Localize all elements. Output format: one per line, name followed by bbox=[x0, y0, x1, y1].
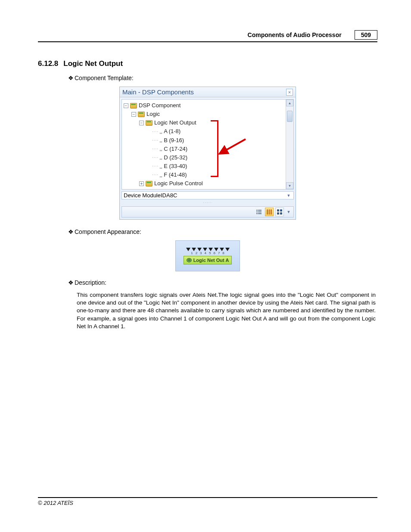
resize-grip[interactable]: ····· bbox=[120, 201, 296, 205]
svg-rect-12 bbox=[277, 212, 279, 215]
connector-icon: ˌˌˌ bbox=[159, 128, 162, 135]
tree-node-dsp-component[interactable]: − DSP Component bbox=[124, 101, 283, 110]
highlight-arrow-icon bbox=[222, 138, 248, 156]
bullet-template: ❖Component Template: bbox=[68, 75, 377, 81]
svg-rect-1 bbox=[256, 210, 258, 211]
component-badge: Logic Net Out A bbox=[184, 256, 232, 264]
pin-icon bbox=[220, 248, 224, 251]
svg-rect-11 bbox=[280, 209, 282, 212]
header-title: Components of Audio Processor bbox=[248, 31, 342, 38]
connector-icon: ˌˌˌ bbox=[159, 145, 162, 152]
device-module-selector[interactable]: Device ModuleIDA8C ▼ bbox=[121, 191, 294, 199]
tree-leaf-a[interactable]: ····ˌˌˌA (1-8) bbox=[124, 127, 283, 136]
collapse-icon[interactable]: − bbox=[124, 103, 128, 108]
tree-leaf-b[interactable]: ····ˌˌˌB (9-16) bbox=[124, 136, 283, 145]
tree-node-logic-net-output[interactable]: − Logic Net Output bbox=[124, 118, 283, 127]
grid-icon bbox=[277, 209, 283, 215]
toolbar-columns-button[interactable] bbox=[265, 208, 274, 216]
tree-leaf-e[interactable]: ····ˌˌˌE (33-40) bbox=[124, 162, 283, 171]
svg-line-0 bbox=[224, 139, 246, 151]
pin-icon bbox=[214, 248, 218, 251]
tree-leaf-f[interactable]: ····ˌˌˌF (41-48) bbox=[124, 171, 283, 179]
component-appearance-widget: 12345678 Logic Net Out A bbox=[175, 240, 240, 271]
collapse-icon[interactable]: − bbox=[139, 121, 144, 125]
tree-node-logic[interactable]: − Logic bbox=[124, 110, 283, 118]
expand-icon[interactable]: + bbox=[139, 181, 144, 186]
svg-rect-7 bbox=[267, 209, 268, 215]
dsp-components-panel: Main - DSP Components × − DSP Component … bbox=[119, 87, 296, 220]
dropdown-icon[interactable]: ▼ bbox=[286, 193, 292, 199]
svg-rect-9 bbox=[271, 209, 272, 215]
connector-icon: ˌˌˌ bbox=[159, 171, 162, 179]
svg-rect-13 bbox=[280, 212, 282, 215]
tree-view[interactable]: − DSP Component − Logic − Logic Net Outp… bbox=[122, 100, 286, 189]
copyright: © 2012 ATEÏS bbox=[38, 500, 377, 506]
scroll-track[interactable] bbox=[286, 106, 293, 182]
panel-close-button[interactable]: × bbox=[286, 89, 293, 96]
svg-rect-8 bbox=[269, 209, 270, 215]
pin-icon bbox=[203, 248, 207, 251]
panel-title: Main - DSP Components bbox=[122, 88, 194, 96]
bullet-description: ❖Description: bbox=[68, 279, 377, 286]
pin-icon bbox=[186, 248, 190, 251]
panel-toolbar: ▼ bbox=[121, 206, 294, 218]
device-module-value: IDA8C bbox=[161, 192, 177, 199]
bullet-appearance: ❖Component Appearance: bbox=[68, 228, 377, 235]
device-module-label: Device Module bbox=[124, 192, 161, 199]
connector-icon: ˌˌˌ bbox=[159, 154, 162, 161]
pin-numbers: 12345678 bbox=[191, 251, 224, 255]
folder-icon bbox=[130, 103, 137, 109]
pin-icon bbox=[197, 248, 202, 251]
tree-leaf-c[interactable]: ····ˌˌˌC (17-24) bbox=[124, 145, 283, 153]
scroll-down-button[interactable]: ▼ bbox=[286, 182, 293, 189]
highlight-bracket bbox=[211, 120, 218, 177]
header-rule bbox=[38, 41, 377, 42]
svg-rect-5 bbox=[256, 213, 258, 214]
svg-rect-3 bbox=[256, 212, 258, 212]
toolbar-dropdown[interactable]: ▼ bbox=[286, 208, 292, 216]
toolbar-list-button[interactable] bbox=[255, 208, 263, 216]
description-paragraph: This component transfers logic signals o… bbox=[77, 291, 376, 330]
connector-icon: ˌˌˌ bbox=[159, 163, 162, 170]
connector-icon: ˌˌˌ bbox=[159, 137, 162, 144]
folder-icon bbox=[146, 120, 153, 126]
list-icon bbox=[256, 209, 262, 215]
svg-rect-2 bbox=[258, 210, 262, 211]
tree-leaf-d[interactable]: ····ˌˌˌD (25-32) bbox=[124, 153, 283, 162]
pin-icon bbox=[225, 248, 230, 251]
output-port-icon bbox=[187, 258, 192, 262]
section-number: 6.12.8 bbox=[38, 59, 58, 68]
pin-icon bbox=[209, 248, 213, 251]
page-number: 509 bbox=[355, 30, 377, 40]
tree-node-logic-pulse[interactable]: + Logic Pulse Control bbox=[124, 179, 283, 188]
toolbar-grid-button[interactable] bbox=[275, 208, 284, 216]
section-heading: 6.12.8Logic Net Output bbox=[38, 59, 377, 68]
folder-icon bbox=[138, 112, 145, 117]
scroll-up-button[interactable]: ▲ bbox=[286, 100, 293, 106]
pin-icon bbox=[192, 248, 196, 251]
folder-icon bbox=[146, 181, 153, 187]
columns-icon bbox=[266, 209, 272, 215]
scroll-thumb[interactable] bbox=[287, 111, 293, 122]
svg-rect-4 bbox=[258, 212, 262, 212]
footer-rule bbox=[38, 497, 377, 498]
section-title: Logic Net Output bbox=[63, 59, 123, 68]
svg-rect-10 bbox=[277, 209, 279, 212]
collapse-icon[interactable]: − bbox=[131, 112, 136, 117]
svg-rect-6 bbox=[258, 213, 262, 214]
tree-scrollbar[interactable]: ▲ ▼ bbox=[286, 100, 293, 189]
